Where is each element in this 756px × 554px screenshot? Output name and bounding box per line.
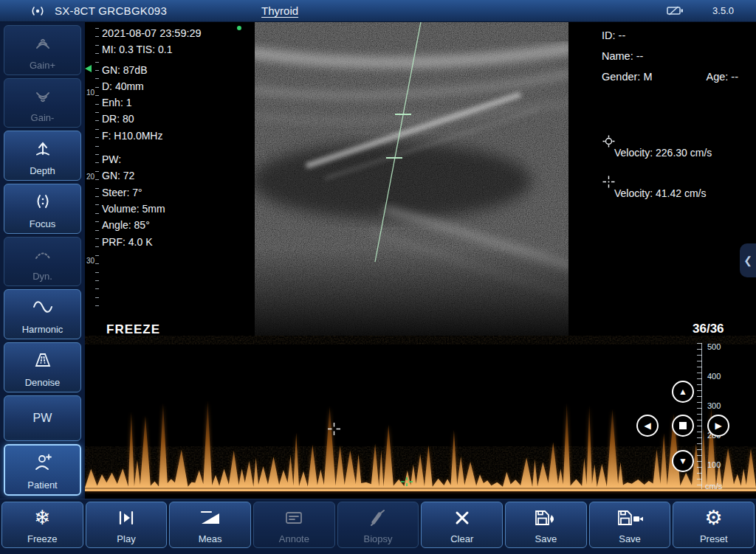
velocity-measurement-1: Velocity: 226.30 cm/s bbox=[601, 135, 741, 160]
cine-stop-button[interactable] bbox=[672, 415, 694, 437]
annotate-button[interactable]: Annote bbox=[253, 502, 335, 548]
toolbar-label: Play bbox=[117, 533, 135, 544]
snowflake-icon: ❄ bbox=[34, 502, 51, 533]
toolbar-label: Save bbox=[619, 533, 641, 544]
save-image-button[interactable]: Save bbox=[505, 502, 587, 548]
dynamic-range-value: DR: 80 bbox=[102, 111, 202, 127]
sidebar-item-pw[interactable]: PW bbox=[4, 395, 81, 442]
patient-add-icon bbox=[33, 446, 52, 479]
sidebar-item-denoise[interactable]: Denoise bbox=[4, 342, 81, 392]
preset-button[interactable]: ⚙ Preset bbox=[673, 502, 755, 548]
patient-gender: Gender: M bbox=[602, 66, 653, 87]
freeze-button[interactable]: ❄ Freeze bbox=[1, 502, 83, 548]
down-arrow-icon: ▼ bbox=[678, 456, 687, 466]
side-panel-expand-tab[interactable]: ❮ bbox=[740, 243, 756, 277]
velocity-scale-tick: 500 bbox=[707, 342, 721, 351]
sidebar-item-label: Gain- bbox=[31, 112, 55, 123]
patient-id: ID: -- bbox=[602, 25, 738, 46]
sidebar-item-label: Focus bbox=[30, 218, 55, 229]
gain-plus-icon bbox=[33, 26, 52, 60]
play-cine-icon bbox=[116, 502, 137, 533]
velocity-scale-unit: cm/s bbox=[705, 482, 722, 491]
sidebar: Gain+ Gain- Depth bbox=[0, 22, 85, 499]
patient-age: Age: -- bbox=[706, 66, 738, 87]
cine-down-button[interactable]: ▼ bbox=[672, 450, 694, 472]
sample-volume-value: Volume: 5mm bbox=[102, 201, 202, 217]
ultrasound-app: SX-8CT GRCBGK093 Thyroid 3.5.0 Gain+ bbox=[0, 0, 756, 554]
sidebar-item-depth[interactable]: Depth bbox=[4, 131, 81, 181]
save-clip-button[interactable]: Save bbox=[589, 502, 671, 548]
cine-indicator-dot bbox=[237, 26, 241, 30]
gear-icon: ⚙ bbox=[705, 502, 723, 533]
sidebar-item-label: Dyn. bbox=[32, 271, 52, 282]
gain-minus-icon bbox=[33, 79, 52, 113]
play-button[interactable]: Play bbox=[86, 502, 168, 548]
stop-square-icon bbox=[679, 422, 687, 429]
frequency-value: F: H10.0MHz bbox=[102, 128, 202, 144]
clear-x-icon bbox=[453, 502, 471, 533]
exam-preset-selector[interactable]: Thyroid bbox=[261, 4, 298, 17]
biopsy-button[interactable]: Biopsy bbox=[337, 502, 419, 548]
mi-tis-value: MI: 0.3 TIS: 0.1 bbox=[102, 41, 202, 58]
harmonic-wave-icon bbox=[32, 290, 53, 324]
velocity-value-2: Velocity: 41.42 cm/s bbox=[614, 187, 707, 199]
sidebar-item-gain-plus[interactable]: Gain+ bbox=[4, 25, 81, 75]
velocity-marker-circle-icon bbox=[602, 135, 615, 148]
focus-icon bbox=[33, 184, 52, 218]
depth-ruler-mark: 20 bbox=[81, 173, 94, 181]
velocity-scale-tick: 300 bbox=[707, 401, 721, 410]
cine-prev-button[interactable]: ◀ bbox=[636, 415, 659, 437]
velocity-marker-cross-icon bbox=[602, 176, 615, 188]
clear-button[interactable]: Clear bbox=[421, 502, 503, 548]
software-version: 3.5.0 bbox=[712, 5, 734, 16]
right-arrow-icon: ▶ bbox=[715, 420, 721, 431]
focus-position-marker[interactable] bbox=[85, 65, 92, 72]
acquisition-datetime: 2021-08-07 23:59:29 bbox=[102, 25, 202, 41]
patient-name: Name: -- bbox=[602, 46, 738, 66]
toolbar-label: Freeze bbox=[27, 533, 57, 544]
depth-icon bbox=[33, 131, 52, 165]
biopsy-needle-icon bbox=[368, 502, 388, 533]
measure-button[interactable]: Meas bbox=[169, 502, 251, 548]
velocity-scale-tick: 400 bbox=[707, 372, 721, 381]
sidebar-item-dyn[interactable]: Dyn. bbox=[4, 237, 81, 287]
title-bar: SX-8CT GRCBGK093 Thyroid 3.5.0 bbox=[0, 0, 756, 22]
dynamic-range-icon bbox=[33, 238, 52, 271]
sidebar-item-harmonic[interactable]: Harmonic bbox=[4, 289, 81, 339]
velocity-measurement-2: Velocity: 41.42 cm/s bbox=[601, 176, 741, 201]
gain-value: GN: 87dB bbox=[102, 62, 202, 78]
depth-value: D: 40mm bbox=[102, 78, 202, 94]
annotate-icon bbox=[284, 502, 303, 533]
prf-value: PRF: 4.0 K bbox=[102, 234, 202, 250]
save-image-icon bbox=[533, 502, 558, 533]
save-clip-icon bbox=[616, 502, 644, 533]
sidebar-item-label: Denoise bbox=[25, 377, 61, 388]
cine-frame-counter: 36/36 bbox=[693, 322, 724, 336]
sidebar-item-gain-minus[interactable]: Gain- bbox=[4, 78, 81, 128]
cine-up-button[interactable]: ▲ bbox=[672, 381, 694, 403]
depth-ruler bbox=[95, 28, 99, 310]
toolbar-label: Meas bbox=[199, 533, 222, 544]
sidebar-item-label: Gain+ bbox=[30, 60, 55, 71]
sidebar-item-patient[interactable]: Patient bbox=[4, 444, 81, 496]
time-cursor-marker bbox=[401, 477, 413, 486]
denoise-sector-icon bbox=[33, 343, 52, 377]
measure-caliper-icon bbox=[199, 502, 221, 533]
doppler-spectrum bbox=[85, 336, 756, 494]
spectral-doppler-area: 500 400 300 200 100 cm/s ▲ ◀ ▶ ▼ bbox=[85, 336, 756, 494]
spectrum-cursor-crosshair[interactable] bbox=[328, 423, 340, 435]
depth-ruler-mark: 30 bbox=[81, 257, 94, 265]
toolbar-label: Clear bbox=[450, 533, 473, 544]
toolbar-label: Annote bbox=[279, 533, 309, 544]
sidebar-item-focus[interactable]: Focus bbox=[4, 184, 81, 234]
chevron-left-icon: ❮ bbox=[743, 255, 752, 266]
bmode-image-area bbox=[255, 22, 568, 336]
patient-info-panel: ID: -- Name: -- Gender: M Age: -- bbox=[602, 25, 738, 87]
battery-icon bbox=[667, 5, 684, 16]
velocity-scale-tick: 100 bbox=[707, 460, 721, 469]
wireless-probe-icon bbox=[30, 4, 46, 18]
depth-ruler-mark: 10 bbox=[81, 89, 94, 97]
bottom-toolbar: ❄ Freeze Play Meas bbox=[0, 499, 756, 554]
bmode-image bbox=[255, 22, 568, 336]
cine-next-button[interactable]: ▶ bbox=[707, 415, 729, 437]
